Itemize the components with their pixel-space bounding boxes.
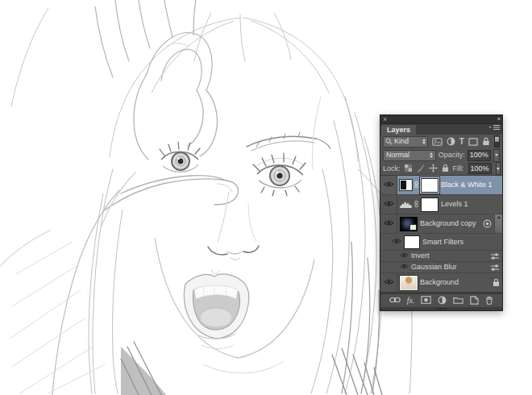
- select-arrows-icon: [430, 152, 433, 158]
- filter-name[interactable]: Invert: [411, 252, 430, 260]
- new-group-icon[interactable]: [453, 297, 463, 306]
- layer-thumbnail[interactable]: [400, 217, 418, 231]
- filter-kind-select[interactable]: Kind: [383, 136, 428, 148]
- smart-object-badge-icon: [409, 224, 417, 231]
- layer-row-smart-filters[interactable]: Smart Filters: [380, 234, 502, 251]
- blend-mode-value: Normal: [386, 152, 409, 159]
- layer-row-background[interactable]: Background: [380, 273, 502, 293]
- lock-transparent-pixels-icon[interactable]: [405, 164, 412, 173]
- layer-mask-thumbnail[interactable]: [421, 198, 438, 212]
- layer-filtering-toggle[interactable]: [494, 135, 500, 148]
- search-icon: [385, 138, 393, 145]
- collapse-smart-filters-handle[interactable]: [494, 214, 502, 233]
- tab-layers[interactable]: Layers: [381, 125, 416, 135]
- layer-mask-thumbnail[interactable]: [421, 178, 438, 193]
- filter-blending-options-icon[interactable]: [490, 264, 500, 272]
- layer-name[interactable]: Smart Filters: [422, 239, 463, 246]
- panel-bottom-bar: fx.: [380, 293, 502, 307]
- opacity-label: Opacity:: [438, 152, 465, 159]
- layer-name[interactable]: Background copy: [420, 220, 476, 227]
- layer-thumbnail[interactable]: [400, 276, 418, 290]
- new-adjustment-layer-icon[interactable]: [438, 296, 447, 306]
- lock-row: Lock: Fill: 100%: [380, 162, 502, 175]
- lock-label: Lock:: [383, 165, 401, 173]
- eye-icon[interactable]: [400, 264, 409, 271]
- locked-icon: [493, 278, 500, 287]
- fill-value[interactable]: 100%: [468, 163, 492, 174]
- pixel-layers-filter-icon[interactable]: [432, 138, 443, 146]
- panel-menu-icon[interactable]: [489, 124, 500, 133]
- filter-row-invert[interactable]: Invert: [380, 251, 502, 262]
- visibility-toggle[interactable]: [380, 214, 397, 233]
- close-icon[interactable]: ×: [383, 116, 387, 123]
- screenshot: × ›› Layers Kind T N: [0, 0, 532, 395]
- layer-style-icon[interactable]: fx.: [407, 297, 415, 305]
- filter-name[interactable]: Gaussian Blur: [411, 264, 457, 271]
- lock-image-pixels-icon[interactable]: [416, 164, 425, 174]
- filter-row: Kind T: [380, 135, 502, 148]
- opacity-value[interactable]: 100%: [468, 150, 491, 161]
- mask-link-icon[interactable]: [414, 181, 418, 190]
- tab-layers-label: Layers: [387, 127, 410, 134]
- levels-adjustment-icon[interactable]: [400, 200, 412, 210]
- fill-dropdown-icon[interactable]: [496, 162, 501, 175]
- mask-link-icon[interactable]: [414, 200, 418, 210]
- blend-row: Normal Opacity: 100%: [380, 148, 502, 162]
- panel-resize-grip[interactable]: [380, 307, 502, 310]
- visibility-toggle[interactable]: [380, 273, 397, 292]
- panel-group-bar: × ››: [380, 115, 502, 124]
- visibility-toggle[interactable]: [380, 176, 397, 194]
- select-arrows-icon: [422, 139, 426, 144]
- add-layer-mask-icon[interactable]: [421, 296, 431, 306]
- collapse-panel-icon[interactable]: ››: [497, 116, 500, 123]
- adjustment-layers-filter-icon[interactable]: [447, 137, 455, 146]
- blend-mode-select[interactable]: Normal: [383, 150, 436, 161]
- layers-list: Black & White 1 Levels 1: [380, 175, 502, 293]
- visibility-toggle[interactable]: [380, 195, 397, 214]
- new-layer-icon[interactable]: [470, 296, 479, 306]
- smart-object-filter-icon[interactable]: [482, 137, 490, 146]
- eye-icon[interactable]: [392, 238, 401, 246]
- layer-name[interactable]: Black & White 1: [441, 181, 493, 189]
- eye-icon: [384, 278, 394, 287]
- filter-blending-options-icon[interactable]: [490, 252, 500, 260]
- lock-all-icon[interactable]: [442, 164, 449, 174]
- layer-row-black-white[interactable]: Black & White 1: [380, 176, 502, 195]
- filter-mask-thumbnail[interactable]: [404, 235, 420, 249]
- eye-icon[interactable]: [400, 252, 409, 260]
- filter-row-gaussian-blur[interactable]: Gaussian Blur: [380, 262, 502, 273]
- fill-label: Fill:: [453, 165, 464, 173]
- eye-icon: [384, 200, 394, 209]
- layer-name[interactable]: Background: [420, 279, 459, 286]
- layer-row-levels[interactable]: Levels 1: [380, 195, 502, 214]
- lock-position-icon[interactable]: [429, 164, 438, 174]
- eye-icon: [384, 181, 394, 189]
- link-layers-icon[interactable]: [389, 297, 401, 305]
- type-layers-filter-icon[interactable]: T: [459, 138, 464, 146]
- smart-filters-badge-icon[interactable]: [483, 219, 492, 228]
- layer-name[interactable]: Levels 1: [441, 201, 468, 208]
- opacity-dropdown-icon[interactable]: [493, 149, 500, 162]
- layer-row-background-copy[interactable]: Background copy: [380, 214, 502, 234]
- layers-panel: × ›› Layers Kind T N: [380, 114, 503, 311]
- panel-tab-bar: Layers: [380, 124, 502, 135]
- delete-layer-icon[interactable]: [485, 296, 493, 306]
- shape-layers-filter-icon[interactable]: [468, 138, 478, 146]
- eye-icon: [384, 219, 394, 228]
- black-white-adjustment-icon[interactable]: [400, 180, 412, 190]
- filter-kind-label: Kind: [394, 138, 409, 145]
